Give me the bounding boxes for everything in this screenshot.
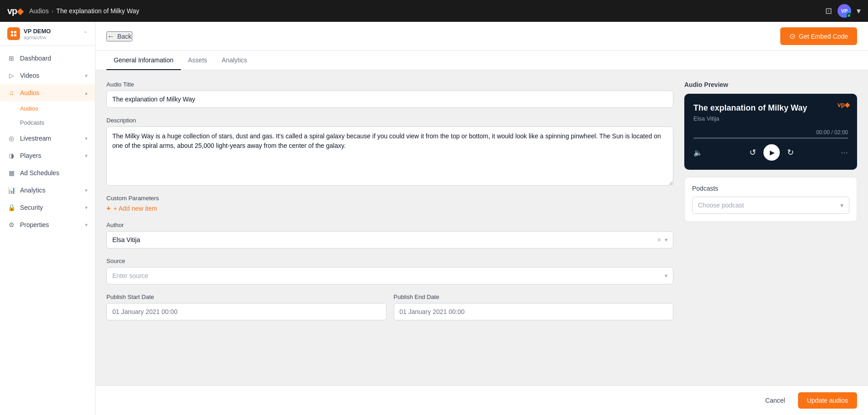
author-select[interactable]: Elsa Vitija × ▾ <box>106 231 673 248</box>
topbar-left: vp◆ Audios › The explanation of Milky Wa… <box>7 5 139 16</box>
sidebar-subitem-audios[interactable]: Audios <box>0 101 95 116</box>
players-chevron: ▾ <box>85 153 88 159</box>
player-author: Elsa Vitija <box>693 115 848 122</box>
properties-icon: ⚙ <box>7 221 15 229</box>
author-clear-icon[interactable]: × <box>657 236 661 243</box>
date-row: Publish Start Date Publish End Date <box>106 294 673 320</box>
tab-analytics[interactable]: Analytics <box>215 51 255 70</box>
back-button[interactable]: ← Back <box>106 31 132 41</box>
add-item-label: + Add new item <box>113 205 157 212</box>
publish-end-label: Publish End Date <box>394 294 674 300</box>
update-audios-button[interactable]: Update audios <box>798 392 857 409</box>
player-vp-logo: vp◆ <box>838 101 850 108</box>
avatar-badge <box>847 13 851 18</box>
podcast-chevron-icon: ▾ <box>840 202 843 209</box>
custom-params-group: Custom Parameters + + Add new item <box>106 195 673 213</box>
podcast-select[interactable]: Choose podcast ▾ <box>692 197 849 214</box>
audio-preview-section: Audio Preview vp◆ The explanation of Mil… <box>684 81 857 170</box>
back-arrow-icon: ← <box>107 32 115 40</box>
breadcrumb-current: The explanation of Milky Way <box>56 7 139 15</box>
tab-general[interactable]: General Inforamation <box>106 51 181 70</box>
forward-button[interactable]: ↻ <box>787 147 794 157</box>
mute-icon[interactable]: 🔈 <box>693 148 702 157</box>
help-icon[interactable]: ⊡ <box>825 6 832 16</box>
author-group: Author Elsa Vitija × ▾ <box>106 222 673 248</box>
page-body: Audio Title Description The Milky Way is… <box>95 70 868 385</box>
sidebar: VP DEMO agmipobw ⌃ ⊞ Dashboard ▷ Videos … <box>0 22 95 415</box>
more-options-icon[interactable]: ⋯ <box>841 148 848 157</box>
publish-start-group: Publish Start Date <box>106 294 386 320</box>
publish-end-input[interactable] <box>394 303 674 320</box>
rewind-button[interactable]: ↺ <box>749 147 756 157</box>
right-panel: Audio Preview vp◆ The explanation of Mil… <box>684 81 857 375</box>
avatar[interactable]: VP <box>838 4 851 18</box>
sidebar-item-players[interactable]: ◑ Players ▾ <box>0 147 95 164</box>
sidebar-item-ad-schedules[interactable]: ▦ Ad Schedules <box>0 164 95 182</box>
author-chevron-icon[interactable]: ▾ <box>665 237 667 243</box>
description-input[interactable]: The Milky Way is a huge collection of st… <box>106 127 673 186</box>
org-sub: agmipobw <box>24 35 51 40</box>
player-title: The explanation of Milky Way <box>693 103 848 113</box>
page-header: ← Back ⊙ Get Embed Code <box>95 22 868 51</box>
videos-chevron: ▾ <box>85 73 88 79</box>
audio-preview-label: Audio Preview <box>684 81 857 88</box>
play-button[interactable]: ▶ <box>763 144 780 161</box>
player-progress-bar[interactable] <box>693 137 848 139</box>
audios-chevron: ▴ <box>85 90 88 96</box>
chevron-down-icon[interactable]: ▾ <box>857 6 861 16</box>
topbar-right: ⊡ VP ▾ <box>825 4 861 18</box>
source-input[interactable]: Enter source ▾ <box>106 267 673 284</box>
podcast-placeholder: Choose podcast <box>698 202 744 209</box>
sidebar-header-chevron: ⌃ <box>83 30 88 37</box>
player-time: 00:00 / 02:00 <box>693 129 848 136</box>
analytics-chevron: ▾ <box>85 187 88 193</box>
sidebar-org: VP DEMO agmipobw <box>7 27 51 40</box>
sidebar-item-analytics[interactable]: 📊 Analytics ▾ <box>0 182 95 199</box>
topbar: vp◆ Audios › The explanation of Milky Wa… <box>0 0 868 22</box>
sidebar-item-dashboard[interactable]: ⊞ Dashboard <box>0 50 95 67</box>
sidebar-org-header[interactable]: VP DEMO agmipobw ⌃ <box>0 22 95 46</box>
author-value: Elsa Vitija <box>112 236 657 243</box>
tabs-bar: General Inforamation Assets Analytics <box>95 51 868 70</box>
properties-chevron: ▾ <box>85 222 88 228</box>
sidebar-item-security[interactable]: 🔒 Security ▾ <box>0 199 95 216</box>
source-placeholder: Enter source <box>112 272 148 279</box>
sidebar-item-properties[interactable]: ⚙ Properties ▾ <box>0 216 95 233</box>
breadcrumb: Audios › The explanation of Milky Way <box>29 7 139 15</box>
sidebar-item-livestream[interactable]: ◎ Livestream ▾ <box>0 130 95 147</box>
sidebar-subitem-podcasts[interactable]: Podcasts <box>0 116 95 130</box>
cancel-button[interactable]: Cancel <box>758 392 793 409</box>
security-icon: 🔒 <box>7 203 15 212</box>
get-embed-code-button[interactable]: ⊙ Get Embed Code <box>780 27 857 45</box>
sidebar-item-videos[interactable]: ▷ Videos ▾ <box>0 67 95 84</box>
embed-icon: ⊙ <box>789 32 795 40</box>
livestream-chevron: ▾ <box>85 136 88 142</box>
custom-params-label: Custom Parameters <box>106 195 673 202</box>
publish-start-label: Publish Start Date <box>106 294 386 300</box>
embed-btn-label: Get Embed Code <box>799 33 848 40</box>
back-label: Back <box>117 33 131 40</box>
sidebar-nav: ⊞ Dashboard ▷ Videos ▾ ♫ Audios ▴ Audio <box>0 46 95 415</box>
breadcrumb-parent[interactable]: Audios <box>29 7 49 15</box>
source-label: Source <box>106 258 673 264</box>
play-icon: ▶ <box>770 149 775 156</box>
publish-start-input[interactable] <box>106 303 386 320</box>
sidebar-item-audios[interactable]: ♫ Audios ▴ <box>0 84 95 101</box>
source-chevron-icon[interactable]: ▾ <box>665 273 667 279</box>
audio-title-input[interactable] <box>106 91 673 108</box>
add-new-item-button[interactable]: + + Add new item <box>106 204 673 213</box>
source-group: Source Enter source ▾ <box>106 258 673 284</box>
content-area: ← Back ⊙ Get Embed Code General Inforama… <box>95 22 868 415</box>
videos-icon: ▷ <box>7 71 15 80</box>
main-layout: VP DEMO agmipobw ⌃ ⊞ Dashboard ▷ Videos … <box>0 22 868 415</box>
audio-player-card: vp◆ The explanation of Milky Way Elsa Vi… <box>684 94 857 170</box>
tab-assets[interactable]: Assets <box>181 51 215 70</box>
svg-rect-1 <box>14 31 16 33</box>
form-section: Audio Title Description The Milky Way is… <box>106 81 673 375</box>
audios-icon: ♫ <box>7 89 15 97</box>
add-icon: + <box>106 204 110 213</box>
org-icon <box>7 27 20 40</box>
livestream-icon: ◎ <box>7 134 15 142</box>
description-group: Description The Milky Way is a huge coll… <box>106 117 673 186</box>
vp-logo: vp◆ <box>7 5 24 16</box>
